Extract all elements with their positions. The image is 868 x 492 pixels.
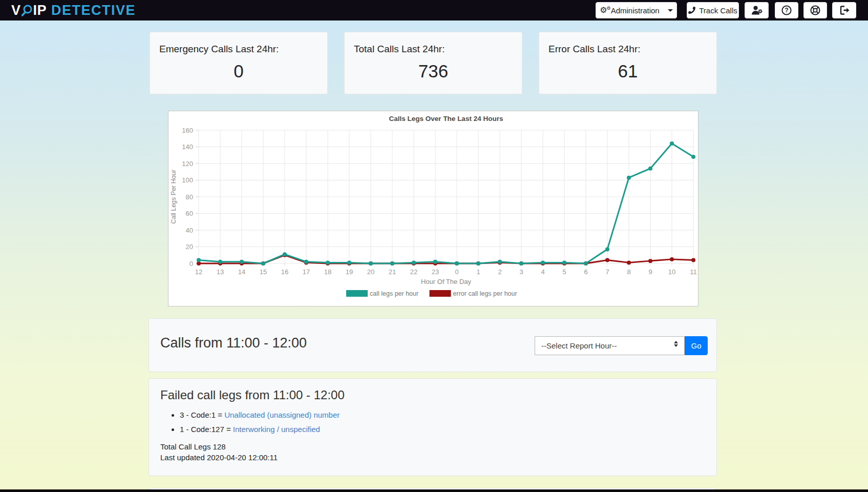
svg-text:15: 15: [260, 268, 267, 276]
support-button[interactable]: [803, 2, 827, 18]
svg-text:0: 0: [189, 260, 193, 268]
svg-text:13: 13: [217, 268, 224, 276]
svg-text:4: 4: [541, 268, 544, 276]
legend-label: call legs per hour: [370, 290, 418, 297]
cogs-icon: ⚙⚙: [600, 6, 607, 14]
svg-text:80: 80: [186, 193, 193, 201]
svg-text:7: 7: [605, 268, 609, 276]
svg-text:18: 18: [324, 268, 331, 276]
svg-text:160: 160: [182, 127, 193, 134]
svg-text:120: 120: [182, 160, 193, 168]
stat-label: Error Calls Last 24hr:: [548, 44, 707, 55]
svg-text:22: 22: [410, 268, 417, 276]
navbar: V IP DETECTIVE ⚙⚙ Administration Track C…: [0, 0, 868, 20]
legend-swatch: [346, 290, 368, 297]
footer-strip: [0, 489, 868, 492]
chart-title: Calls Legs Over The Last 24 Hours: [389, 115, 503, 122]
life-ring-icon: [810, 5, 821, 16]
stat-card-emergency: Emergency Calls Last 24hr: 0: [150, 32, 328, 94]
stat-card-error: Error Calls Last 24hr: 61: [539, 32, 717, 94]
svg-text:12: 12: [195, 268, 202, 276]
calls-line-chart: Calls Legs Over The Last 24 HoursCall Le…: [168, 111, 698, 306]
stat-value: 61: [548, 61, 707, 81]
stat-label: Emergency Calls Last 24hr:: [159, 44, 318, 55]
help-button[interactable]: ?: [775, 2, 798, 18]
x-axis-label: Hour Of The Day: [421, 278, 472, 285]
failed-call-code: 1 - Code:127 =: [180, 425, 233, 434]
total-call-legs: Total Call Legs 128: [160, 441, 226, 452]
track-calls-button[interactable]: Track Calls: [687, 2, 739, 18]
stat-card-total: Total Calls Last 24hr: 736: [344, 32, 522, 94]
report-hour-select[interactable]: --Select Report Hour--: [535, 336, 685, 355]
y-axis-label: Call Legs Per Hour: [170, 170, 177, 224]
caret-down-icon: [668, 9, 673, 12]
svg-text:23: 23: [432, 268, 439, 276]
svg-text:100: 100: [182, 176, 193, 184]
failed-call-reason-link[interactable]: Unallocated (unassigned) number: [224, 411, 340, 419]
administration-menu-button[interactable]: ⚙⚙ Administration: [596, 2, 677, 18]
svg-text:8: 8: [627, 268, 630, 276]
svg-text:20: 20: [367, 268, 374, 276]
svg-text:20: 20: [186, 243, 193, 251]
svg-text:10: 10: [668, 268, 675, 276]
svg-text:0: 0: [455, 268, 458, 276]
brand-logo[interactable]: V IP DETECTIVE: [11, 0, 136, 20]
logout-button[interactable]: [832, 2, 856, 18]
track-calls-label: Track Calls: [699, 6, 737, 15]
failed-call-list: 3 - Code:1 = Unallocated (unassigned) nu…: [160, 409, 340, 438]
failed-heading: Failed call legs from 11:00 - 12:00: [160, 388, 345, 402]
sign-out-icon: [839, 5, 850, 16]
svg-text:16: 16: [281, 268, 288, 276]
failed-call-item: 1 - Code:127 = Interworking / unspecifie…: [180, 424, 340, 435]
report-hour-select-value: --Select Report Hour--: [541, 341, 617, 350]
last-updated: Last updated 2020-04-20 12:00:11: [160, 452, 278, 463]
go-button[interactable]: Go: [685, 336, 708, 355]
svg-text:21: 21: [389, 268, 396, 276]
page: V IP DETECTIVE ⚙⚙ Administration Track C…: [0, 0, 868, 492]
user-cog-icon: [751, 5, 763, 16]
select-arrows-icon: [674, 341, 678, 347]
svg-text:?: ?: [785, 7, 788, 14]
svg-text:140: 140: [182, 143, 193, 151]
administration-label: Administration: [611, 6, 660, 15]
brand-ip: IP: [33, 3, 47, 18]
svg-text:2: 2: [498, 268, 501, 276]
svg-text:14: 14: [238, 268, 245, 276]
svg-text:5: 5: [562, 268, 566, 276]
stat-value: 0: [159, 61, 318, 81]
user-settings-button[interactable]: [745, 2, 769, 18]
svg-text:1: 1: [476, 268, 480, 276]
magnifier-icon: [20, 4, 34, 18]
failed-call-reason-link[interactable]: Interworking / unspecified: [233, 425, 320, 434]
failed-call-code: 3 - Code:1 =: [180, 411, 224, 419]
svg-text:40: 40: [186, 227, 193, 234]
legend-swatch: [430, 290, 451, 297]
stat-label: Total Calls Last 24hr:: [354, 44, 513, 55]
question-circle-icon: ?: [781, 5, 792, 16]
report-panel: Calls from 11:00 - 12:00 --Select Report…: [149, 318, 717, 372]
svg-text:6: 6: [584, 268, 587, 276]
failed-call-item: 3 - Code:1 = Unallocated (unassigned) nu…: [180, 409, 340, 420]
svg-text:9: 9: [648, 268, 652, 276]
svg-text:60: 60: [186, 210, 193, 217]
stat-value: 736: [354, 61, 513, 81]
report-heading: Calls from 11:00 - 12:00: [160, 335, 307, 351]
brand-v: V: [11, 3, 21, 18]
phone-icon: [688, 7, 695, 14]
svg-text:17: 17: [303, 268, 310, 276]
failed-calls-panel: Failed call legs from 11:00 - 12:00 3 - …: [149, 378, 717, 476]
svg-text:11: 11: [690, 268, 697, 276]
legend-label: error call legs per hour: [453, 290, 517, 297]
svg-text:19: 19: [346, 268, 353, 276]
brand-detective: DETECTIVE: [51, 3, 136, 18]
svg-text:3: 3: [519, 268, 523, 276]
